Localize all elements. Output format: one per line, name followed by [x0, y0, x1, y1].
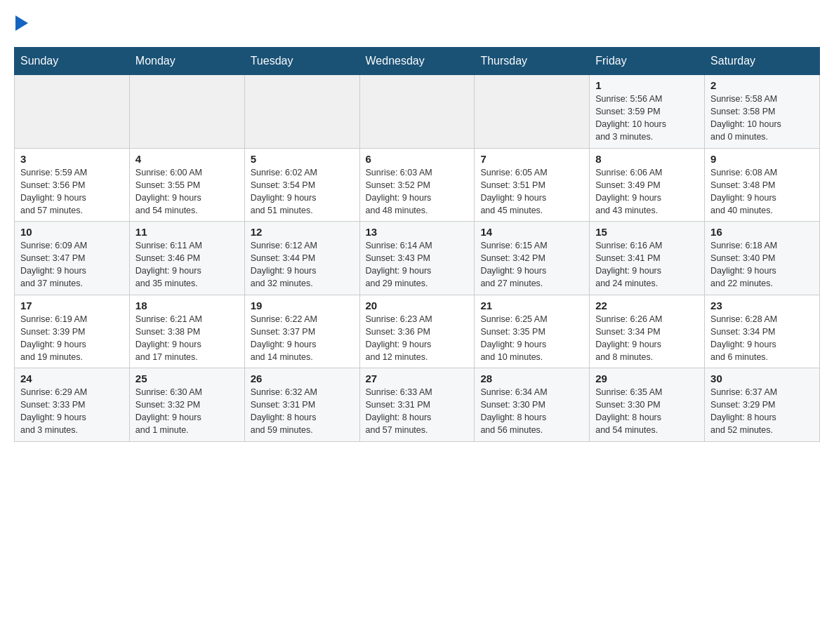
calendar-cell: 13Sunrise: 6:14 AM Sunset: 3:43 PM Dayli…	[359, 222, 475, 295]
day-number: 26	[251, 373, 354, 384]
calendar-cell: 24Sunrise: 6:29 AM Sunset: 3:33 PM Dayli…	[15, 368, 130, 442]
day-info: Sunrise: 6:05 AM Sunset: 3:51 PM Dayligh…	[480, 166, 583, 217]
calendar-header-tuesday: Tuesday	[244, 48, 359, 75]
calendar-cell: 6Sunrise: 6:03 AM Sunset: 3:52 PM Daylig…	[359, 148, 475, 222]
day-number: 23	[710, 300, 814, 311]
calendar-cell: 19Sunrise: 6:22 AM Sunset: 3:37 PM Dayli…	[244, 295, 359, 368]
calendar-header-wednesday: Wednesday	[359, 48, 475, 75]
day-number: 3	[20, 153, 124, 165]
day-number: 17	[20, 300, 124, 311]
day-info: Sunrise: 6:09 AM Sunset: 3:47 PM Dayligh…	[20, 239, 124, 290]
day-number: 15	[595, 226, 699, 238]
day-info: Sunrise: 6:25 AM Sunset: 3:35 PM Dayligh…	[480, 313, 583, 364]
calendar-cell: 28Sunrise: 6:34 AM Sunset: 3:30 PM Dayli…	[475, 368, 590, 442]
day-info: Sunrise: 6:33 AM Sunset: 3:31 PM Dayligh…	[366, 386, 469, 437]
day-info: Sunrise: 6:34 AM Sunset: 3:30 PM Dayligh…	[480, 386, 583, 437]
day-info: Sunrise: 6:08 AM Sunset: 3:48 PM Dayligh…	[710, 166, 814, 217]
calendar-cell: 21Sunrise: 6:25 AM Sunset: 3:35 PM Dayli…	[475, 295, 590, 368]
day-number: 18	[135, 300, 239, 311]
calendar-header-sunday: Sunday	[15, 48, 130, 75]
day-number: 9	[710, 153, 814, 165]
day-info: Sunrise: 5:59 AM Sunset: 3:56 PM Dayligh…	[20, 166, 124, 217]
day-info: Sunrise: 6:32 AM Sunset: 3:31 PM Dayligh…	[251, 386, 354, 437]
day-number: 29	[595, 373, 699, 384]
calendar-cell: 23Sunrise: 6:28 AM Sunset: 3:34 PM Dayli…	[705, 295, 820, 368]
day-info: Sunrise: 6:30 AM Sunset: 3:32 PM Dayligh…	[135, 386, 239, 437]
calendar-cell: 30Sunrise: 6:37 AM Sunset: 3:29 PM Dayli…	[705, 368, 820, 442]
day-number: 7	[480, 153, 583, 165]
logo-arrow-icon	[15, 14, 28, 36]
day-number: 16	[710, 226, 814, 238]
day-info: Sunrise: 6:23 AM Sunset: 3:36 PM Dayligh…	[366, 313, 469, 364]
day-info: Sunrise: 6:35 AM Sunset: 3:30 PM Dayligh…	[595, 386, 699, 437]
calendar-cell: 15Sunrise: 6:16 AM Sunset: 3:41 PM Dayli…	[590, 222, 705, 295]
day-number: 1	[595, 79, 699, 91]
calendar-header-thursday: Thursday	[475, 48, 590, 75]
day-number: 30	[710, 373, 814, 384]
day-number: 10	[20, 226, 124, 238]
day-info: Sunrise: 6:14 AM Sunset: 3:43 PM Dayligh…	[366, 239, 469, 290]
day-info: Sunrise: 6:22 AM Sunset: 3:37 PM Dayligh…	[251, 313, 354, 364]
calendar-cell: 26Sunrise: 6:32 AM Sunset: 3:31 PM Dayli…	[244, 368, 359, 442]
day-number: 8	[595, 153, 699, 165]
calendar-cell: 9Sunrise: 6:08 AM Sunset: 3:48 PM Daylig…	[705, 148, 820, 222]
day-number: 2	[710, 79, 814, 91]
page-header	[14, 14, 820, 36]
calendar-week-row: 10Sunrise: 6:09 AM Sunset: 3:47 PM Dayli…	[15, 222, 820, 295]
calendar-week-row: 24Sunrise: 6:29 AM Sunset: 3:33 PM Dayli…	[15, 368, 820, 442]
day-info: Sunrise: 6:28 AM Sunset: 3:34 PM Dayligh…	[710, 313, 814, 364]
calendar-cell: 1Sunrise: 5:56 AM Sunset: 3:59 PM Daylig…	[590, 75, 705, 149]
calendar-cell: 17Sunrise: 6:19 AM Sunset: 3:39 PM Dayli…	[15, 295, 130, 368]
day-number: 21	[480, 300, 583, 311]
day-number: 25	[135, 373, 239, 384]
day-info: Sunrise: 6:15 AM Sunset: 3:42 PM Dayligh…	[480, 239, 583, 290]
day-info: Sunrise: 6:12 AM Sunset: 3:44 PM Dayligh…	[251, 239, 354, 290]
calendar-cell: 2Sunrise: 5:58 AM Sunset: 3:58 PM Daylig…	[705, 75, 820, 149]
logo	[14, 14, 28, 36]
calendar-cell	[359, 75, 475, 149]
calendar-week-row: 3Sunrise: 5:59 AM Sunset: 3:56 PM Daylig…	[15, 148, 820, 222]
day-number: 12	[251, 226, 354, 238]
day-info: Sunrise: 6:03 AM Sunset: 3:52 PM Dayligh…	[366, 166, 469, 217]
calendar-cell: 5Sunrise: 6:02 AM Sunset: 3:54 PM Daylig…	[244, 148, 359, 222]
calendar-week-row: 17Sunrise: 6:19 AM Sunset: 3:39 PM Dayli…	[15, 295, 820, 368]
calendar-header-saturday: Saturday	[705, 48, 820, 75]
calendar-cell: 3Sunrise: 5:59 AM Sunset: 3:56 PM Daylig…	[15, 148, 130, 222]
day-number: 5	[251, 153, 354, 165]
day-number: 19	[251, 300, 354, 311]
calendar-cell	[475, 75, 590, 149]
day-info: Sunrise: 6:18 AM Sunset: 3:40 PM Dayligh…	[710, 239, 814, 290]
calendar-cell: 20Sunrise: 6:23 AM Sunset: 3:36 PM Dayli…	[359, 295, 475, 368]
day-info: Sunrise: 6:06 AM Sunset: 3:49 PM Dayligh…	[595, 166, 699, 217]
day-info: Sunrise: 6:02 AM Sunset: 3:54 PM Dayligh…	[251, 166, 354, 217]
day-info: Sunrise: 6:00 AM Sunset: 3:55 PM Dayligh…	[135, 166, 239, 217]
day-number: 14	[480, 226, 583, 238]
day-info: Sunrise: 5:56 AM Sunset: 3:59 PM Dayligh…	[595, 93, 699, 144]
calendar-cell: 27Sunrise: 6:33 AM Sunset: 3:31 PM Dayli…	[359, 368, 475, 442]
calendar-header-friday: Friday	[590, 48, 705, 75]
day-number: 4	[135, 153, 239, 165]
calendar-cell: 16Sunrise: 6:18 AM Sunset: 3:40 PM Dayli…	[705, 222, 820, 295]
calendar-cell	[15, 75, 130, 149]
day-info: Sunrise: 5:58 AM Sunset: 3:58 PM Dayligh…	[710, 93, 814, 144]
calendar-cell: 25Sunrise: 6:30 AM Sunset: 3:32 PM Dayli…	[129, 368, 244, 442]
day-info: Sunrise: 6:11 AM Sunset: 3:46 PM Dayligh…	[135, 239, 239, 290]
svg-marker-0	[15, 15, 28, 31]
day-number: 22	[595, 300, 699, 311]
day-number: 24	[20, 373, 124, 384]
day-info: Sunrise: 6:19 AM Sunset: 3:39 PM Dayligh…	[20, 313, 124, 364]
calendar-table: SundayMondayTuesdayWednesdayThursdayFrid…	[14, 47, 820, 442]
day-info: Sunrise: 6:37 AM Sunset: 3:29 PM Dayligh…	[710, 386, 814, 437]
day-number: 28	[480, 373, 583, 384]
day-number: 20	[366, 300, 469, 311]
day-number: 6	[366, 153, 469, 165]
calendar-header-monday: Monday	[129, 48, 244, 75]
calendar-cell: 14Sunrise: 6:15 AM Sunset: 3:42 PM Dayli…	[475, 222, 590, 295]
day-info: Sunrise: 6:16 AM Sunset: 3:41 PM Dayligh…	[595, 239, 699, 290]
day-info: Sunrise: 6:29 AM Sunset: 3:33 PM Dayligh…	[20, 386, 124, 437]
calendar-cell: 10Sunrise: 6:09 AM Sunset: 3:47 PM Dayli…	[15, 222, 130, 295]
calendar-cell: 18Sunrise: 6:21 AM Sunset: 3:38 PM Dayli…	[129, 295, 244, 368]
day-info: Sunrise: 6:26 AM Sunset: 3:34 PM Dayligh…	[595, 313, 699, 364]
calendar-header-row: SundayMondayTuesdayWednesdayThursdayFrid…	[15, 48, 820, 75]
calendar-cell: 8Sunrise: 6:06 AM Sunset: 3:49 PM Daylig…	[590, 148, 705, 222]
